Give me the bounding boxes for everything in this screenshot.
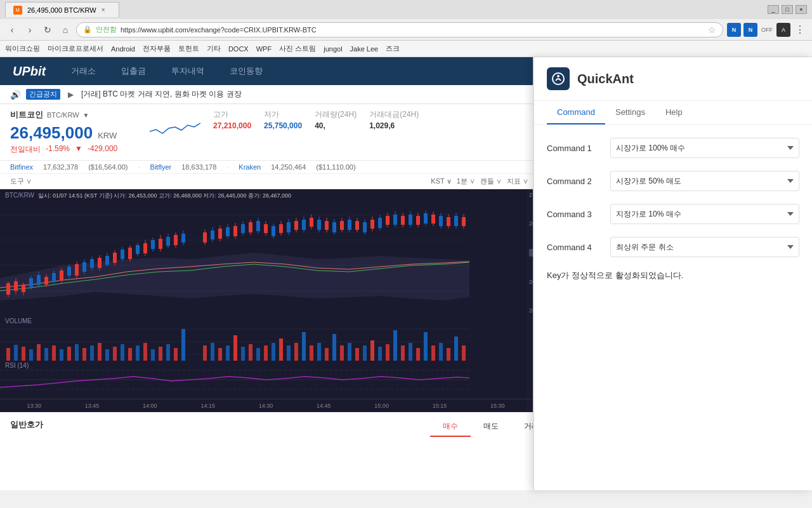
browser-chrome: U 26,495,000 BTC/KRW × _ □ × ‹ › ↻ ⌂ 🔒 안… <box>0 0 812 57</box>
bookmark-8[interactable]: WPF <box>256 45 272 53</box>
tab-bar: U 26,495,000 BTC/KRW × <box>5 2 119 17</box>
stat-low: 저가 25,750,000 <box>264 109 302 130</box>
toolbar-interval[interactable]: 1분 ∨ <box>457 177 475 186</box>
ref-bitfinex-value: 17,632,378 <box>43 163 78 171</box>
coin-title: 비트코인 BTC/KRW ▼ <box>10 109 137 121</box>
low-label: 저가 <box>264 109 302 120</box>
volume-canvas: VOLUME <box>0 316 527 361</box>
ref-bitfinex-label[interactable]: Bitfinex <box>10 163 33 171</box>
alert-text[interactable]: [거래] BTC 마켓 거래 지연, 원화 마켓 이용 권장 <box>81 89 242 100</box>
order-tab-sell[interactable]: 매도 <box>471 417 511 437</box>
svg-rect-149 <box>181 329 185 361</box>
rsi-canvas: RSI (14) <box>0 361 527 399</box>
command-2-label: Command 2 <box>547 177 610 186</box>
command-row-1: Command 1 시장가로 100% 매수 시장가로 50% 매도 지정가로 … <box>547 138 799 158</box>
order-tab-buy[interactable]: 매수 <box>430 417 471 437</box>
svg-rect-131 <box>44 348 48 361</box>
window-controls: _ □ × <box>768 5 807 14</box>
coin-price: 26,495,000 <box>10 123 93 143</box>
bookmark-9[interactable]: 사진 스트림 <box>279 44 316 53</box>
command-3-select[interactable]: 지정가로 10% 매수 시장가로 100% 매수 시장가로 50% 매도 최상위… <box>610 204 799 224</box>
nav-deposit[interactable]: 입출금 <box>121 65 146 77</box>
svg-rect-161 <box>287 345 291 361</box>
browser-tab[interactable]: U 26,495,000 BTC/KRW × <box>5 2 119 17</box>
svg-rect-145 <box>151 349 155 361</box>
menu-icon[interactable]: ⋮ <box>793 23 807 37</box>
high-label: 고가 <box>213 109 251 120</box>
bookmark-7[interactable]: DOCX <box>228 45 249 53</box>
quickant-tab-help[interactable]: Help <box>655 101 693 124</box>
main-chart: BTC/KRW 일시: 01/07 14:51 (KST 기준) 시가: 26,… <box>0 189 577 316</box>
svg-rect-162 <box>294 343 298 361</box>
svg-rect-142 <box>128 348 132 361</box>
forward-button[interactable]: › <box>23 23 37 37</box>
bookmark-12[interactable]: 즈크 <box>386 44 400 53</box>
chart-canvas: BTC/KRW 일시: 01/07 14:51 (KST 기준) 시가: 26,… <box>0 189 527 316</box>
svg-rect-132 <box>52 345 56 361</box>
svg-rect-173 <box>378 347 382 361</box>
command-row-3: Command 3 지정가로 10% 매수 시장가로 100% 매수 시장가로 … <box>547 204 799 224</box>
toolbar-timezone[interactable]: KST ∨ <box>431 177 451 186</box>
svg-rect-182 <box>447 348 450 361</box>
home-button[interactable]: ⌂ <box>58 23 72 37</box>
nav-cointrend[interactable]: 코인동향 <box>230 65 263 77</box>
address-text: https://www.upbit.com/exchange?code=CRIX… <box>121 26 704 34</box>
command-4-select[interactable]: 최상위 주문 취소 시장가로 100% 매수 시장가로 50% 매도 지정가로 … <box>610 237 799 257</box>
upbit-logo[interactable]: UPbit <box>13 64 46 79</box>
change-arrow: ▼ <box>75 144 82 155</box>
bookmark-5[interactable]: 토헌트 <box>178 44 199 53</box>
svg-rect-174 <box>386 344 390 361</box>
svg-rect-168 <box>340 345 344 361</box>
svg-rect-135 <box>75 344 79 361</box>
bookmark-11[interactable]: Jake Lee <box>350 45 379 53</box>
bookmark-6[interactable]: 기타 <box>207 44 221 53</box>
tab-close-button[interactable]: × <box>102 6 105 13</box>
bookmark-10[interactable]: jungol <box>324 45 342 53</box>
refresh-button[interactable]: ↻ <box>41 23 55 37</box>
nav-investment[interactable]: 투자내역 <box>171 65 204 77</box>
bookmark-2[interactable]: 마이크로프로세서 <box>48 44 103 53</box>
command-1-select[interactable]: 시장가로 100% 매수 시장가로 50% 매도 지정가로 10% 매수 최상위… <box>610 138 799 158</box>
coin-name: 비트코인 <box>10 109 43 121</box>
toolbar-tools[interactable]: 도구 ∨ <box>10 177 32 186</box>
address-bar[interactable]: 🔒 안전함 https://www.upbit.com/exchange?cod… <box>76 22 723 37</box>
coin-dropdown-icon[interactable]: ▼ <box>83 112 89 119</box>
volume-label: VOLUME <box>5 318 32 324</box>
exchange-refs: Bitfinex 17,632,378 ($16,564.00) · Bitfl… <box>0 161 577 174</box>
svg-rect-158 <box>264 345 268 361</box>
svg-rect-154 <box>233 335 237 361</box>
svg-rect-170 <box>355 348 359 361</box>
ref-kraken-label[interactable]: Kraken <box>239 163 261 171</box>
bookmark-1[interactable]: 워이크쇼핑 <box>5 44 40 53</box>
svg-rect-129 <box>29 349 33 361</box>
extensions-icon[interactable]: N <box>727 23 741 37</box>
close-button[interactable]: × <box>796 5 807 14</box>
coin-price-line: 26,495,000 KRW <box>10 123 137 143</box>
quickant-body: Command 1 시장가로 100% 매수 시장가로 50% 매도 지정가로 … <box>534 125 812 294</box>
toolbar-indicator[interactable]: 지표 ∨ <box>507 177 528 186</box>
x-label-9: 15:30 <box>490 403 505 409</box>
extension-icon-3[interactable]: A <box>776 23 790 37</box>
minimize-button[interactable]: _ <box>768 5 779 14</box>
quickant-logo <box>547 67 570 90</box>
svg-rect-144 <box>143 343 147 361</box>
toolbar-candle[interactable]: 캔들 ∨ <box>480 177 502 186</box>
quickant-tab-settings[interactable]: Settings <box>605 101 655 124</box>
quickant-tab-command[interactable]: Command <box>547 101 605 124</box>
back-button[interactable]: ‹ <box>5 23 19 37</box>
bookmark-4[interactable]: 전자부품 <box>143 44 171 53</box>
chart-wrapper: BTC/KRW 일시: 01/07 14:51 (KST 기준) 시가: 26,… <box>0 189 577 412</box>
bookmark-3[interactable]: Android <box>111 45 135 53</box>
star-icon[interactable]: ☆ <box>708 25 716 35</box>
x-label-8: 15:15 <box>433 403 447 409</box>
extensions-icon-2[interactable]: N <box>743 23 757 37</box>
svg-rect-181 <box>439 343 443 361</box>
volume-bars <box>0 316 469 361</box>
svg-rect-183 <box>454 337 458 361</box>
rsi-line <box>0 361 469 399</box>
maximize-button[interactable]: □ <box>782 5 793 14</box>
nav-exchange[interactable]: 거래소 <box>71 65 96 77</box>
command-2-select[interactable]: 시장가로 50% 매도 시장가로 100% 매수 지정가로 10% 매수 최상위… <box>610 171 799 191</box>
extension-off[interactable]: OFF <box>760 23 774 37</box>
ref-bitflyer-label[interactable]: Bitflyer <box>150 163 172 171</box>
